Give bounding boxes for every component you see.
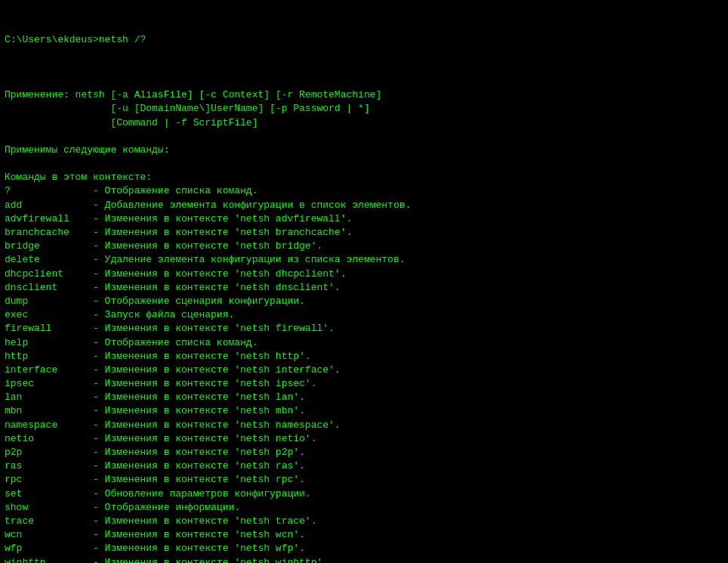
terminal-line: ras - Изменения в контексте 'netsh ras'. (5, 459, 723, 473)
terminal-line: lan - Изменения в контексте 'netsh lan'. (5, 391, 723, 404)
terminal-line: help - Отображение списка команд. (5, 336, 723, 350)
terminal-line: show - Отображение информации. (5, 501, 723, 515)
terminal-line: delete - Удаление элемента конфигурации … (5, 253, 723, 267)
terminal-line: [-u [DomainName\]UserName] [-p Password … (5, 102, 723, 116)
terminal-line: interface - Изменения в контексте 'netsh… (5, 363, 723, 377)
terminal-line: namespace - Изменения в контексте 'netsh… (5, 419, 723, 432)
terminal-line: dnsclient - Изменения в контексте 'netsh… (5, 281, 723, 295)
terminal-line: firewall - Изменения в контексте 'netsh … (5, 322, 723, 336)
terminal-window: C:\Users\ekdeus>netsh /? (5, 6, 723, 61)
terminal-line: winhttp - Изменения в контексте 'netsh w… (5, 556, 723, 564)
terminal-line: rpc - Изменения в контексте 'netsh rpc'. (5, 473, 723, 487)
terminal-line: wfp - Изменения в контексте 'netsh wfp'. (5, 542, 723, 555)
terminal-line: p2p - Изменения в контексте 'netsh p2p'. (5, 446, 723, 459)
terminal-line: set - Обновление параметров конфигурации… (5, 487, 723, 501)
terminal-output: Применение: netsh [-a AliasFile] [-c Con… (5, 61, 723, 563)
terminal-line: Применимы следующие команды: (5, 144, 723, 157)
terminal-line: ipsec - Изменения в контексте 'netsh ips… (5, 377, 723, 391)
terminal-line (5, 75, 723, 88)
terminal-line: mbn - Изменения в контексте 'netsh mbn'. (5, 404, 723, 418)
terminal-line: http - Изменения в контексте 'netsh http… (5, 350, 723, 363)
terminal-line: [Command | -f ScriptFile] (5, 116, 723, 130)
terminal-line: bridge - Изменения в контексте 'netsh br… (5, 240, 723, 253)
terminal-line (5, 130, 723, 144)
terminal-line: Команды в этом контексте: (5, 171, 723, 184)
terminal-line: netio - Изменения в контексте 'netsh net… (5, 432, 723, 446)
terminal-line: Применение: netsh [-a AliasFile] [-c Con… (5, 88, 723, 102)
terminal-line: dhcpclient - Изменения в контексте 'nets… (5, 268, 723, 281)
terminal-line: trace - Изменения в контексте 'netsh tra… (5, 515, 723, 528)
terminal-line: wcn - Изменения в контексте 'netsh wcn'. (5, 528, 723, 542)
prompt-line: C:\Users\ekdeus>netsh /? (5, 33, 723, 47)
terminal-line: ? - Отображение списка команд. (5, 184, 723, 198)
terminal-line: advfirewall - Изменения в контексте 'net… (5, 212, 723, 226)
terminal-line: exec - Запуск файла сценария. (5, 308, 723, 322)
terminal-line (5, 157, 723, 171)
terminal-line: dump - Отображение сценария конфигурации… (5, 295, 723, 308)
terminal-line: branchcache - Изменения в контексте 'net… (5, 226, 723, 240)
terminal-line: add - Добавление элемента конфигурации в… (5, 199, 723, 212)
